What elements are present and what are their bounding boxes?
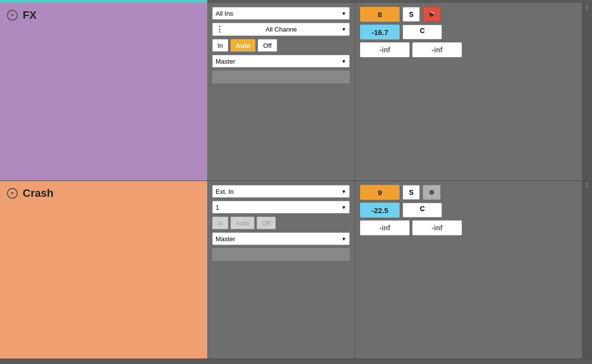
fx-volume-row: -16.7 C [360,25,577,39]
fx-empty-bar [212,71,350,83]
fx-output-row: Master ▼ [212,55,350,68]
fx-off-button[interactable]: Off [258,39,277,52]
scroll-tick-5 [586,185,588,186]
track-row-fx: FX All Ins ▼ ⋮ All Channe ▼ In Auto Off [0,3,592,181]
crash-output-dropdown-arrow: ▼ [341,236,346,242]
track-label-crash: Crash [0,181,207,359]
crash-track-controls: Ext. In ▼ 1 ▼ In Auto Off Master ▼ [207,181,355,359]
svg-marker-0 [11,14,14,16]
crash-in-button[interactable]: In [212,217,228,229]
track-label-fx: FX [0,3,207,181]
crash-inf1-value: -inf [360,220,409,235]
crash-volume-value[interactable]: -22.5 [360,203,400,218]
fx-scrollbar[interactable] [582,3,592,181]
crash-volume-row: -22.5 C [360,203,577,218]
crash-record-button[interactable] [423,185,441,200]
fx-auto-button[interactable]: Auto [230,39,256,52]
fx-output-dropdown[interactable]: Master ▼ [212,55,350,68]
crash-channel-dropdown-arrow: ▼ [341,205,346,210]
fx-collapse-button[interactable] [7,10,18,21]
crash-scrollbar[interactable] [582,181,592,359]
fx-mode-row: In Auto Off [212,39,350,52]
fx-channel-row: ⋮ All Channe ▼ [212,23,350,36]
scroll-tick-2 [586,7,588,8]
crash-empty-bar [212,248,350,261]
scroll-tick-3 [586,9,588,10]
crash-input-dropdown-arrow: ▼ [341,189,346,194]
fx-output-dropdown-arrow: ▼ [341,59,346,64]
scroll-tick-4 [586,183,588,184]
fx-empty-row [212,71,350,83]
fx-track-number[interactable]: 8 [360,7,400,22]
scroll-tick-6 [586,187,588,188]
fx-input-row: All Ins ▼ [212,7,350,20]
crash-empty-row [212,248,350,261]
crash-track-name: Crash [23,187,53,200]
crash-c-button[interactable]: C [403,203,442,218]
fx-solo-button[interactable]: S [403,7,420,22]
crash-input-row: Ext. In ▼ [212,185,350,198]
fx-inf1-value: -inf [360,42,409,57]
crash-channel-dropdown[interactable]: 1 ▼ [212,201,350,214]
fx-track-name: FX [23,9,37,22]
crash-solo-button[interactable]: S [403,185,420,200]
fx-track-values: 8 S -16.7 C -inf -inf [355,3,582,181]
fx-track-controls: All Ins ▼ ⋮ All Channe ▼ In Auto Off Mas… [207,3,355,181]
fx-in-button[interactable]: In [212,39,228,52]
svg-point-3 [429,190,434,195]
crash-output-row: Master ▼ [212,232,350,245]
crash-number-row: 9 S [360,185,577,200]
fx-c-button[interactable]: C [403,25,442,39]
crash-mode-row: In Auto Off [212,217,350,229]
fx-number-row: 8 S [360,7,577,22]
crash-inf2-value: -inf [412,220,462,235]
fx-channel-dropdown[interactable]: ⋮ All Channe ▼ [212,23,350,36]
crash-inf-row: -inf -inf [360,220,577,235]
scroll-tick-1 [586,5,588,6]
crash-input-dropdown[interactable]: Ext. In ▼ [212,185,350,198]
fx-input-dropdown[interactable]: All Ins ▼ [212,7,350,20]
fx-channel-dots-icon: ⋮ [216,25,223,34]
main-container: FX All Ins ▼ ⋮ All Channe ▼ In Auto Off [0,0,592,364]
crash-output-dropdown[interactable]: Master ▼ [212,232,350,245]
crash-auto-button[interactable]: Auto [230,217,255,229]
fx-volume-value[interactable]: -16.7 [360,25,400,39]
crash-track-values: 9 S -22.5 C -inf -inf [355,181,582,359]
svg-marker-2 [11,192,14,194]
crash-collapse-button[interactable] [7,188,18,199]
fx-inf-row: -inf -inf [360,42,577,57]
fx-channel-dropdown-arrow: ▼ [341,27,346,32]
track-row-crash: Crash Ext. In ▼ 1 ▼ In Auto Off [0,181,592,359]
fx-record-button[interactable] [423,7,441,22]
fx-inf2-value: -inf [412,42,462,57]
crash-off-button[interactable]: Off [257,217,276,229]
fx-input-dropdown-arrow: ▼ [341,11,346,16]
crash-channel-row: 1 ▼ [212,201,350,214]
crash-track-number[interactable]: 9 [360,185,400,200]
